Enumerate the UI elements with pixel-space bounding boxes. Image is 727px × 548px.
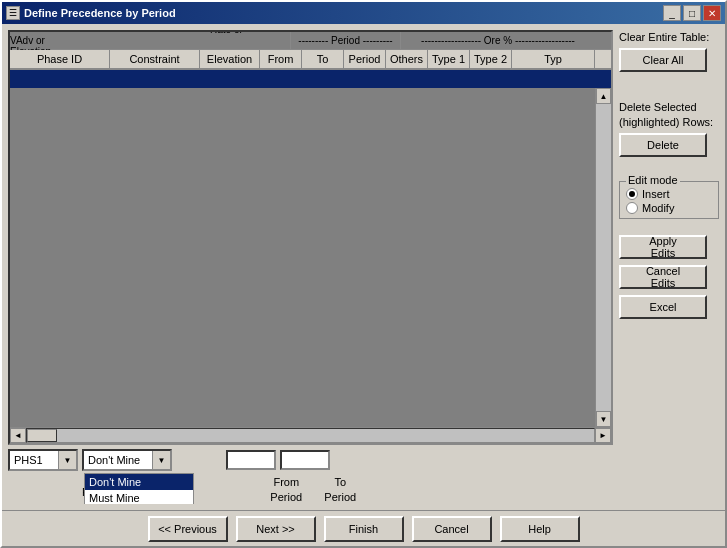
content-area: Rate orVAdv orElevation --------- Period… xyxy=(2,24,725,510)
col-from: From xyxy=(260,50,302,68)
col-to: To xyxy=(302,50,344,68)
scroll-down-button[interactable]: ▼ xyxy=(596,411,611,427)
period-inputs xyxy=(226,450,330,470)
title-buttons: _ □ ✕ xyxy=(663,5,721,21)
maximize-button[interactable]: □ xyxy=(683,5,701,21)
modify-radio[interactable] xyxy=(626,202,638,214)
phase-dropdown-arrow[interactable]: ▼ xyxy=(58,451,76,469)
col-typ: Typ xyxy=(512,50,595,68)
selected-row[interactable] xyxy=(10,70,611,88)
scroll-h-track[interactable] xyxy=(26,428,595,443)
close-button[interactable]: ✕ xyxy=(703,5,721,21)
spacer2 xyxy=(619,163,719,171)
delete-label: Delete Selected(highlighted) Rows: xyxy=(619,100,719,129)
constraint-dropdown-arrow[interactable]: ▼ xyxy=(152,451,170,469)
spacer1 xyxy=(619,78,719,94)
col-others: Others xyxy=(386,50,428,68)
constraint-dropdown-list: Don't Mine Must Mine Mine To No More Tha… xyxy=(84,473,194,504)
controls-area: PHS1 ▼ Don't Mine ▼ Don't Mine Must Mine… xyxy=(8,449,613,504)
col-type1: Type 1 xyxy=(428,50,470,68)
main-window: ☰ Define Precedence by Period _ □ ✕ Rate… xyxy=(0,0,727,548)
scroll-right-button[interactable]: ► xyxy=(595,428,611,443)
from-period-group xyxy=(226,450,276,470)
window-title: Define Precedence by Period xyxy=(24,7,663,19)
constraint-dropdown[interactable]: Don't Mine ▼ Don't Mine Must Mine Mine T… xyxy=(82,449,172,471)
from-period-input[interactable] xyxy=(226,450,276,470)
option-dont-mine[interactable]: Don't Mine xyxy=(85,474,193,490)
to-period-label: ToPeriod xyxy=(315,475,365,504)
previous-button[interactable]: << Previous xyxy=(148,516,228,542)
delete-section: Delete Selected(highlighted) Rows: Delet… xyxy=(619,100,719,157)
option-must-mine[interactable]: Must Mine xyxy=(85,490,193,504)
scroll-v-track[interactable] xyxy=(596,104,611,411)
col-constraint: Constraint xyxy=(110,50,200,68)
cancel-edits-button[interactable]: CancelEdits xyxy=(619,265,707,289)
title-bar: ☰ Define Precedence by Period _ □ ✕ xyxy=(2,2,725,24)
phase-constraint-row: PHS1 ▼ Don't Mine ▼ Don't Mine Must Mine… xyxy=(8,449,613,471)
edit-mode-group: Edit mode Insert Modify xyxy=(619,181,719,219)
main-area: Rate orVAdv orElevation --------- Period… xyxy=(8,30,613,504)
insert-radio-label: Insert xyxy=(642,188,670,200)
insert-radio[interactable] xyxy=(626,188,638,200)
ore-header-label: ------------------ Ore % ---------------… xyxy=(400,32,595,49)
finish-button[interactable]: Finish xyxy=(324,516,404,542)
col-type2: Type 2 xyxy=(470,50,512,68)
to-period-input[interactable] xyxy=(280,450,330,470)
col-period: Period xyxy=(344,50,386,68)
to-period-group xyxy=(280,450,330,470)
modify-radio-row: Modify xyxy=(626,202,712,214)
minimize-button[interactable]: _ xyxy=(663,5,681,21)
constraint-dropdown-value: Don't Mine xyxy=(84,454,152,466)
insert-radio-row: Insert xyxy=(626,188,712,200)
col-elevation: Elevation xyxy=(200,50,260,68)
period-header-label: --------- Period --------- xyxy=(290,32,400,49)
horizontal-scrollbar[interactable]: ◄ ► xyxy=(10,427,611,443)
phase-dropdown[interactable]: PHS1 ▼ xyxy=(8,449,78,471)
bottom-bar: << Previous Next >> Finish Cancel Help xyxy=(2,510,725,546)
clear-all-button[interactable]: Clear All xyxy=(619,48,707,72)
edit-mode-label: Edit mode xyxy=(626,174,680,186)
clear-section: Clear Entire Table: Clear All xyxy=(619,30,719,72)
help-button[interactable]: Help xyxy=(500,516,580,542)
vertical-scrollbar[interactable]: ▲ ▼ xyxy=(595,88,611,427)
clear-label: Clear Entire Table: xyxy=(619,30,719,44)
scroll-left-button[interactable]: ◄ xyxy=(10,428,26,443)
window-icon: ☰ xyxy=(6,6,20,20)
scroll-up-button[interactable]: ▲ xyxy=(596,88,611,104)
column-headers: Phase ID Constraint Elevation From To Pe… xyxy=(10,50,611,70)
right-panel: Clear Entire Table: Clear All Delete Sel… xyxy=(619,30,719,504)
table-body: ▲ ▼ xyxy=(10,88,611,427)
data-table: Rate orVAdv orElevation --------- Period… xyxy=(8,30,613,445)
modify-radio-label: Modify xyxy=(642,202,674,214)
spacer3 xyxy=(619,225,719,229)
scroll-thumb[interactable] xyxy=(27,429,57,442)
next-button[interactable]: Next >> xyxy=(236,516,316,542)
phase-dropdown-value: PHS1 xyxy=(10,454,58,466)
delete-button[interactable]: Delete xyxy=(619,133,707,157)
cancel-button[interactable]: Cancel xyxy=(412,516,492,542)
excel-button[interactable]: Excel xyxy=(619,295,707,319)
column-top-labels: Rate orVAdv orElevation --------- Period… xyxy=(10,32,611,50)
apply-edits-button[interactable]: ApplyEdits xyxy=(619,235,707,259)
from-period-label: FromPeriod xyxy=(261,475,311,504)
col-phase-id: Phase ID xyxy=(10,50,110,68)
